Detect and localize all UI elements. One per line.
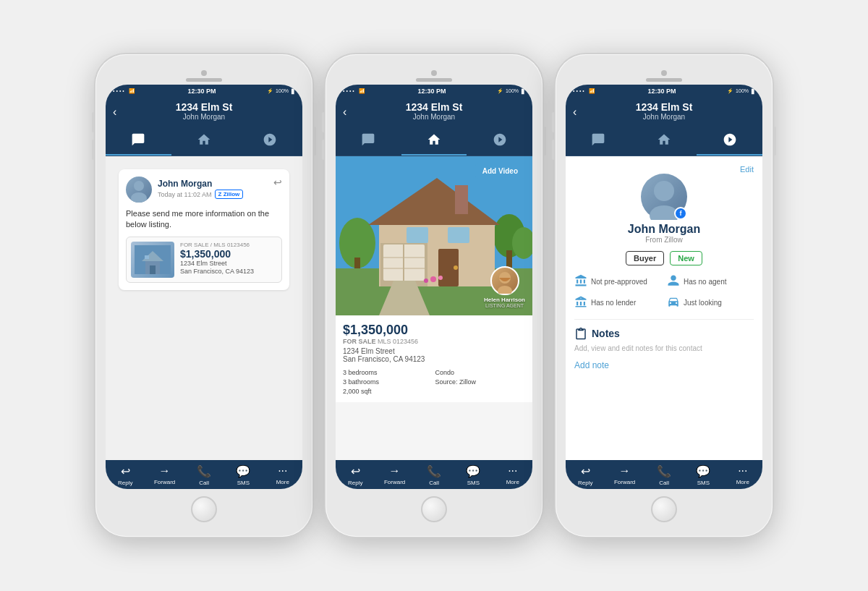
power-btn[interactable]: [313, 127, 316, 156]
msg-header-1: John Morgan Today at 11:02 AM Z Zillow ↩: [126, 177, 282, 203]
volume-down-btn-3[interactable]: [552, 140, 555, 160]
forward-action-1[interactable]: → Forward: [145, 464, 184, 486]
call-action-3[interactable]: 📞 Call: [644, 464, 684, 486]
agent-text-3: Has no agent: [684, 278, 727, 286]
svg-rect-16: [455, 185, 468, 214]
forward-label-2: Forward: [384, 479, 405, 485]
svg-point-31: [498, 286, 512, 294]
app-header-2: ‹ 1234 Elm St John Morgan: [336, 97, 532, 127]
message-card-1: John Morgan Today at 11:02 AM Z Zillow ↩…: [119, 169, 289, 290]
status-right: ⚡ 100% ▮: [267, 87, 295, 95]
notes-title-3: Notes: [592, 328, 620, 339]
reply-quick-icon-1[interactable]: ↩: [273, 177, 282, 188]
notes-header-3: Notes: [574, 327, 754, 340]
status-bar-1: •••• 📶 12:30 PM ⚡ 100% ▮: [106, 85, 302, 97]
home-button-wrap-1: [106, 489, 302, 527]
tab-property-1[interactable]: [171, 127, 237, 156]
tab-contact-2[interactable]: [467, 127, 532, 156]
sms-label-2: SMS: [467, 480, 480, 486]
tab-contact-1[interactable]: [237, 127, 302, 156]
power-btn-2[interactable]: [543, 127, 546, 156]
back-button-2[interactable]: ‹: [343, 106, 346, 119]
call-label-3: Call: [659, 480, 669, 486]
listing-addr-1: 1234 Elm StreetSan Francisco, CA 94123: [180, 260, 277, 276]
reply-icon-1: ↩: [106, 464, 145, 478]
battery-text-2: 100%: [506, 88, 519, 93]
sms-action-1[interactable]: 💬 SMS: [224, 464, 263, 486]
reply-action-1[interactable]: ↩ Reply: [106, 464, 145, 486]
new-tag-3[interactable]: New: [670, 251, 702, 265]
action-bar-1: ↩ Reply → Forward 📞 Call 💬 SMS ··· M: [106, 460, 302, 489]
volume-up-btn-2[interactable]: [322, 112, 325, 132]
more-action-1[interactable]: ··· More: [263, 464, 302, 486]
tab-messages-3[interactable]: [566, 127, 631, 156]
call-label-2: Call: [429, 480, 439, 486]
call-label-1: Call: [199, 480, 209, 486]
action-bar-3: ↩ Reply → Forward 📞 Call 💬 SMS ··· M: [566, 460, 762, 489]
buyer-tag-3[interactable]: Buyer: [626, 251, 664, 265]
call-action-1[interactable]: 📞 Call: [184, 464, 224, 486]
call-action-2[interactable]: 📞 Call: [414, 464, 454, 486]
add-video-button-2[interactable]: Add Video: [475, 163, 525, 179]
forward-action-3[interactable]: → Forward: [605, 464, 644, 486]
svg-point-1: [131, 192, 147, 203]
prop-feature-sqft: 2,000 sqft: [343, 388, 433, 395]
avatar-image-1: [126, 177, 152, 203]
zillow-badge-1: Z Zillow: [215, 190, 244, 199]
action-bar-2: ↩ Reply → Forward 📞 Call 💬 SMS ··· M: [336, 460, 532, 489]
home-button-1[interactable]: [191, 496, 217, 522]
svg-point-28: [438, 276, 443, 280]
more-action-3[interactable]: ··· More: [723, 464, 762, 486]
notes-icon-3: [574, 327, 587, 340]
header-title-3: 1234 Elm St: [574, 101, 754, 113]
reply-label-3: Reply: [578, 480, 592, 486]
volume-up-btn-3[interactable]: [552, 112, 555, 132]
tab-contact-3[interactable]: [697, 127, 762, 156]
sms-action-3[interactable]: 💬 SMS: [684, 464, 723, 486]
back-button-3[interactable]: ‹: [573, 106, 576, 119]
more-icon-3: ···: [723, 464, 762, 477]
reply-action-2[interactable]: ↩ Reply: [336, 464, 375, 486]
add-note-button-3[interactable]: Add note: [574, 360, 609, 370]
call-icon-3: 📞: [644, 464, 684, 478]
volume-down-btn-2[interactable]: [322, 140, 325, 160]
tab-property-3[interactable]: [631, 127, 697, 156]
phone-top-chrome-3: [566, 64, 762, 85]
svg-point-32: [654, 181, 674, 201]
home-button-2[interactable]: [421, 496, 447, 522]
volume-up-btn[interactable]: [92, 112, 95, 132]
camera-dot-2: [431, 70, 437, 76]
listing-price-1: $1,350,000: [180, 248, 277, 260]
svg-point-27: [430, 276, 436, 282]
forward-icon-1: →: [145, 464, 184, 477]
messages-content-1: John Morgan Today at 11:02 AM Z Zillow ↩…: [106, 156, 302, 460]
forward-label-3: Forward: [614, 479, 635, 485]
home-button-3[interactable]: [651, 496, 677, 522]
more-label-3: More: [736, 479, 749, 485]
sms-action-2[interactable]: 💬 SMS: [454, 464, 493, 486]
more-icon-1: ···: [263, 464, 302, 477]
power-btn-3[interactable]: [773, 127, 776, 156]
tab-messages-2[interactable]: [336, 127, 401, 156]
call-icon-1: 📞: [184, 464, 224, 478]
reply-action-3[interactable]: ↩ Reply: [566, 464, 605, 486]
svg-rect-6: [145, 255, 149, 259]
more-action-2[interactable]: ··· More: [493, 464, 532, 486]
msg-meta-1: John Morgan Today at 11:02 AM Z Zillow: [158, 177, 268, 199]
header-subtitle-2: John Morgan: [344, 113, 524, 121]
status-bar-3: •••• 📶 12:30 PM ⚡ 100% ▮: [566, 85, 762, 97]
prop-features-2: 3 bedrooms Condo 3 bathrooms Source: Zil…: [343, 369, 525, 395]
battery-icon-3: ▮: [751, 87, 755, 95]
contact-content-3: Edit f John Morgan From Zillow: [566, 156, 762, 460]
car-icon-3: [667, 295, 680, 310]
back-button-1[interactable]: ‹: [113, 106, 116, 119]
phone-2: •••• 📶 12:30 PM ⚡ 100% ▮ ‹ 1234 Elm St J…: [326, 54, 542, 537]
tab-property-2[interactable]: [401, 127, 467, 156]
volume-down-btn[interactable]: [92, 140, 95, 160]
agent-status-3: Has no agent: [667, 274, 754, 289]
tab-messages-1[interactable]: [106, 127, 171, 156]
home-button-wrap-3: [566, 489, 762, 527]
forward-action-2[interactable]: → Forward: [375, 464, 414, 486]
phone-3: •••• 📶 12:30 PM ⚡ 100% ▮ ‹ 1234 Elm St J…: [556, 54, 773, 537]
edit-button-3[interactable]: Edit: [574, 165, 754, 174]
